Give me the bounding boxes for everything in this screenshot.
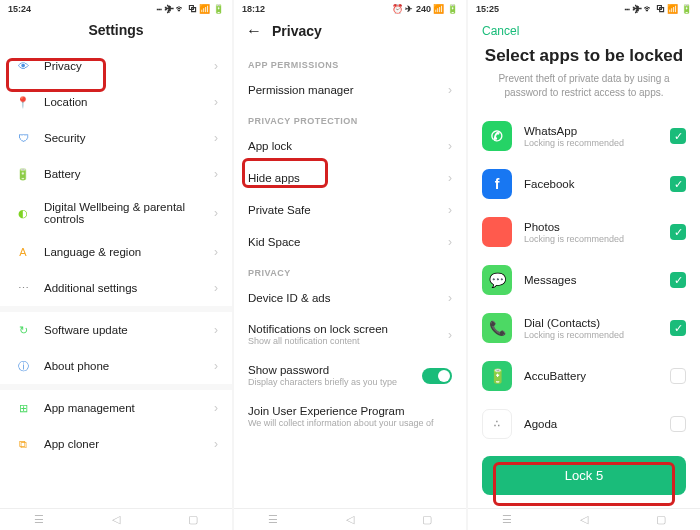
- status-icons: ⋯ ✈ ᯤ ⧉ 📶 🔋: [625, 4, 692, 14]
- settings-row[interactable]: 🛡Security›: [0, 120, 232, 156]
- row-icon: 🔋: [14, 165, 32, 183]
- settings-row[interactable]: ⊞App management›: [0, 390, 232, 426]
- row-icon: ⓘ: [14, 357, 32, 375]
- chevron-right-icon: ›: [448, 328, 452, 342]
- checkbox[interactable]: ✓: [670, 176, 686, 192]
- checkbox[interactable]: [670, 368, 686, 384]
- row-label: Software update: [44, 324, 202, 336]
- status-time: 15:24: [8, 4, 31, 14]
- cancel-button[interactable]: Cancel: [468, 16, 700, 46]
- chevron-right-icon: ›: [214, 59, 218, 73]
- checkbox[interactable]: ✓: [670, 128, 686, 144]
- settings-row[interactable]: Kid Space›: [234, 226, 466, 258]
- checkbox[interactable]: ✓: [670, 320, 686, 336]
- back-icon[interactable]: ←: [246, 22, 262, 40]
- row-label: Privacy: [44, 60, 202, 72]
- app-row[interactable]: 💬Messages✓: [468, 256, 700, 304]
- app-row[interactable]: fFacebook✓: [468, 160, 700, 208]
- row-label: Notifications on lock screen: [248, 323, 436, 335]
- row-sub: We will collect information about your u…: [248, 418, 452, 428]
- app-row[interactable]: PhotosLocking is recommended✓: [468, 208, 700, 256]
- page-subtitle: Prevent theft of private data by using a…: [468, 72, 700, 112]
- nav-home-icon[interactable]: ▢: [654, 513, 668, 527]
- screen-privacy: 18:12 ⏰ ✈ 240 📶 🔋 ← Privacy APP PERMISSI…: [234, 0, 466, 530]
- row-label: Join User Experience Program: [248, 405, 452, 417]
- app-icon: f: [482, 169, 512, 199]
- chevron-right-icon: ›: [214, 245, 218, 259]
- row-permission-manager[interactable]: Permission manager ›: [234, 74, 466, 106]
- row-sub: Show all notification content: [248, 336, 436, 346]
- chevron-right-icon: ›: [214, 323, 218, 337]
- settings-row[interactable]: ⋯Additional settings›: [0, 270, 232, 306]
- app-sub: Locking is recommended: [524, 234, 658, 244]
- row-label: Kid Space: [248, 236, 436, 248]
- settings-row[interactable]: ALanguage & region›: [0, 234, 232, 270]
- chevron-right-icon: ›: [214, 131, 218, 145]
- nav-home-icon[interactable]: ▢: [420, 513, 434, 527]
- status-icons: ⏰ ✈ 240 📶 🔋: [392, 4, 458, 14]
- app-name: AccuBattery: [524, 370, 658, 382]
- status-bar: 15:25 ⋯ ✈ ᯤ ⧉ 📶 🔋: [468, 0, 700, 16]
- nav-recent-icon[interactable]: ☰: [32, 513, 46, 527]
- settings-row[interactable]: Hide apps›: [234, 162, 466, 194]
- toggle[interactable]: [422, 368, 452, 384]
- settings-row[interactable]: ◐Digital Wellbeing & parental controls›: [0, 192, 232, 234]
- app-row[interactable]: ✆WhatsAppLocking is recommended✓: [468, 112, 700, 160]
- app-icon: 🔋: [482, 361, 512, 391]
- settings-row[interactable]: ⧉App cloner›: [0, 426, 232, 462]
- nav-back-icon[interactable]: ◁: [343, 513, 357, 527]
- row-label: Private Safe: [248, 204, 436, 216]
- chevron-right-icon: ›: [448, 83, 452, 97]
- section-privacy-protection: PRIVACY PROTECTION: [234, 106, 466, 130]
- row-sub: Display characters briefly as you type: [248, 377, 410, 387]
- row-icon: ↻: [14, 321, 32, 339]
- row-show-password[interactable]: Show password Display characters briefly…: [234, 355, 466, 396]
- nav-bar: ☰ ◁ ▢: [234, 508, 466, 530]
- row-user-experience[interactable]: Join User Experience Program We will col…: [234, 396, 466, 437]
- row-label: Hide apps: [248, 172, 436, 184]
- row-device-id[interactable]: Device ID & ads ›: [234, 282, 466, 314]
- status-time: 18:12: [242, 4, 265, 14]
- nav-recent-icon[interactable]: ☰: [500, 513, 514, 527]
- row-label: Battery: [44, 168, 202, 180]
- chevron-right-icon: ›: [214, 206, 218, 220]
- app-icon: ∴: [482, 409, 512, 439]
- settings-row[interactable]: ↻Software update›: [0, 312, 232, 348]
- chevron-right-icon: ›: [214, 281, 218, 295]
- lock-button[interactable]: Lock 5: [482, 456, 686, 495]
- nav-home-icon[interactable]: ▢: [186, 513, 200, 527]
- checkbox[interactable]: ✓: [670, 224, 686, 240]
- app-name: Dial (Contacts): [524, 317, 658, 329]
- settings-row[interactable]: 📍Location›: [0, 84, 232, 120]
- status-icons: ⋯ ✈ ᯤ ⧉ 📶 🔋: [157, 4, 224, 14]
- row-icon: ⧉: [14, 435, 32, 453]
- app-row[interactable]: 📞Dial (Contacts)Locking is recommended✓: [468, 304, 700, 352]
- nav-back-icon[interactable]: ◁: [109, 513, 123, 527]
- checkbox[interactable]: ✓: [670, 272, 686, 288]
- page-title: Select apps to be locked: [468, 46, 700, 72]
- settings-row[interactable]: App lock›: [234, 130, 466, 162]
- app-row[interactable]: 🔋AccuBattery: [468, 352, 700, 400]
- app-icon: 💬: [482, 265, 512, 295]
- app-row[interactable]: ∴Agoda: [468, 400, 700, 448]
- app-icon: [482, 217, 512, 247]
- chevron-right-icon: ›: [448, 139, 452, 153]
- row-label: Device ID & ads: [248, 292, 436, 304]
- nav-recent-icon[interactable]: ☰: [266, 513, 280, 527]
- settings-row[interactable]: 👁Privacy›: [0, 48, 232, 84]
- row-label: Security: [44, 132, 202, 144]
- settings-row[interactable]: Private Safe›: [234, 194, 466, 226]
- checkbox[interactable]: [670, 416, 686, 432]
- app-icon: ✆: [482, 121, 512, 151]
- nav-back-icon[interactable]: ◁: [577, 513, 591, 527]
- status-bar: 18:12 ⏰ ✈ 240 📶 🔋: [234, 0, 466, 16]
- chevron-right-icon: ›: [448, 171, 452, 185]
- chevron-right-icon: ›: [214, 167, 218, 181]
- section-privacy: PRIVACY: [234, 258, 466, 282]
- app-icon: 📞: [482, 313, 512, 343]
- row-notifications[interactable]: Notifications on lock screen Show all no…: [234, 314, 466, 355]
- settings-row[interactable]: ⓘAbout phone›: [0, 348, 232, 384]
- row-label: Language & region: [44, 246, 202, 258]
- app-name: Agoda: [524, 418, 658, 430]
- settings-row[interactable]: 🔋Battery›: [0, 156, 232, 192]
